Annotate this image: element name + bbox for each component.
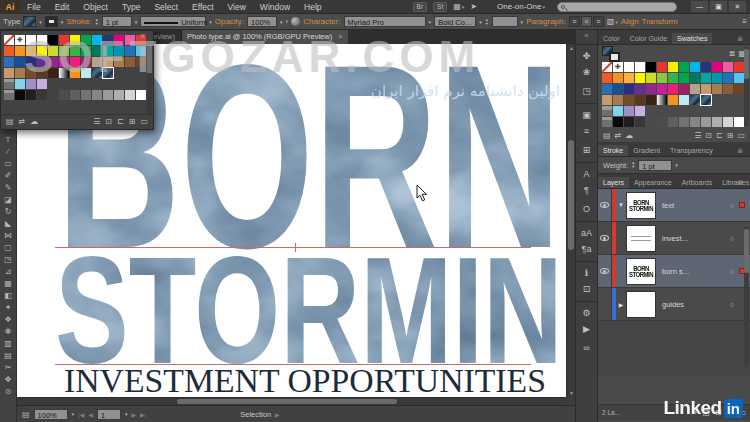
menu-object[interactable]: Object <box>76 0 115 14</box>
paintbrush-tool[interactable]: ✐ <box>5 170 12 182</box>
new-swatch-button[interactable]: ⊞ <box>129 117 136 126</box>
blend-tool[interactable]: ❖ <box>4 314 11 326</box>
weight-stepper[interactable]: ▲▼ <box>631 161 635 169</box>
variables-panel-icon[interactable]: ⚙ <box>576 301 597 320</box>
swatch[interactable] <box>103 90 113 100</box>
status-menu-arrow[interactable]: ▶ <box>275 411 280 418</box>
swatch[interactable] <box>624 117 634 127</box>
swatch[interactable] <box>92 90 102 100</box>
restore-button[interactable]: ▣ <box>710 1 727 12</box>
shape-builder-tool[interactable]: ◳ <box>4 254 12 266</box>
swatch[interactable] <box>690 73 700 83</box>
align-center-button[interactable]: ≡ <box>581 16 592 27</box>
align-panel-button[interactable]: Align <box>621 17 639 26</box>
text-options-icon[interactable]: ▧▾ <box>607 17 618 26</box>
swatch-kinds-button[interactable]: ☰ <box>694 131 701 140</box>
fill-color-swatch[interactable] <box>23 16 36 27</box>
swatch[interactable] <box>624 106 634 116</box>
swatch[interactable] <box>723 73 733 83</box>
new-color-group-button[interactable]: ⊏ <box>117 117 124 126</box>
swatch[interactable] <box>602 73 612 83</box>
paragraph-panel-icon[interactable]: ¶ <box>576 181 597 200</box>
target-circle-icon[interactable]: ○ <box>730 268 734 275</box>
scale-tool[interactable]: ◣ <box>5 218 11 230</box>
layers-scrollbar[interactable] <box>744 227 749 367</box>
stroke-color-swatch[interactable] <box>45 16 58 27</box>
menu-file[interactable]: File <box>20 0 48 14</box>
swatch-registration[interactable]: ✚ <box>613 62 623 72</box>
last-artboard-button[interactable]: ▶| <box>140 411 146 418</box>
swatch[interactable] <box>37 90 47 100</box>
transform-panel-icon[interactable]: ▣ <box>576 103 597 122</box>
swatch[interactable] <box>613 73 623 83</box>
weight-field[interactable]: 1 pt <box>638 160 672 171</box>
layer-row-guides[interactable]: ▶guides○ <box>598 288 750 321</box>
swatch[interactable] <box>26 90 36 100</box>
swatch[interactable] <box>668 95 678 105</box>
tab-color-guide[interactable]: Color Guide <box>625 33 672 44</box>
perspective-grid-tool[interactable]: ⊿ <box>5 266 12 278</box>
swatch[interactable] <box>679 84 689 94</box>
panel-menu-icon[interactable]: ≣ <box>732 145 748 157</box>
actions-panel-icon[interactable]: ▶ <box>576 320 597 339</box>
visibility-toggle[interactable] <box>598 288 612 320</box>
delete-swatch-button[interactable]: ▭ <box>737 131 745 140</box>
swatch[interactable] <box>602 84 612 94</box>
type-tool[interactable]: T <box>6 134 11 146</box>
stroke-weight-stepper[interactable]: ▲▼ <box>95 18 99 26</box>
tab-layers[interactable]: Layers <box>598 177 629 188</box>
gradient-tool[interactable]: ◧ <box>4 290 12 302</box>
swatch[interactable] <box>712 84 722 94</box>
width-tool[interactable]: ⋈ <box>4 230 12 242</box>
align-panel-icon[interactable]: ≡ <box>576 122 597 141</box>
opentype-panel-icon[interactable]: O <box>576 200 597 219</box>
prev-artboard-button[interactable]: ◀ <box>88 411 93 418</box>
opacity-more-button[interactable]: › <box>286 17 289 26</box>
brushes-panel-icon[interactable]: ✤ <box>576 44 597 63</box>
swatch[interactable] <box>712 117 722 127</box>
font-size-stepper[interactable]: ▲▼ <box>485 18 489 26</box>
swatch[interactable] <box>635 106 645 116</box>
swatch[interactable] <box>679 73 689 83</box>
swatch[interactable] <box>734 117 744 127</box>
swatch[interactable] <box>712 62 722 72</box>
pencil-tool[interactable]: ✎ <box>5 182 12 194</box>
layer-name[interactable]: invest... <box>662 234 688 243</box>
swatch-group-folder[interactable] <box>602 117 612 127</box>
new-swatch-button[interactable]: ⊞ <box>727 131 734 140</box>
swatch-image[interactable] <box>690 95 700 105</box>
eraser-tool[interactable]: ◪ <box>4 194 12 206</box>
recolor-artwork-icon[interactable] <box>291 17 300 26</box>
stroke-weight-field[interactable]: 1 pt <box>102 16 132 27</box>
swatch[interactable] <box>668 84 678 94</box>
swatch[interactable] <box>624 84 634 94</box>
swatch-options-button[interactable]: ⊡ <box>705 131 712 140</box>
swatch[interactable] <box>679 117 689 127</box>
layer-name[interactable]: guides <box>662 300 684 309</box>
opacity-field[interactable]: 100% <box>247 16 277 27</box>
target-circle-icon[interactable]: ○ <box>730 202 734 209</box>
zoom-level-field[interactable]: 100% <box>34 409 68 420</box>
swatch[interactable] <box>646 95 656 105</box>
swatch[interactable] <box>690 117 700 127</box>
search-input[interactable] <box>557 2 677 12</box>
swatch[interactable] <box>646 62 656 72</box>
swatch[interactable] <box>734 73 744 83</box>
menu-window[interactable]: Window <box>253 0 297 14</box>
tab-stroke[interactable]: Stroke <box>598 145 628 156</box>
next-artboard-button[interactable]: ▶ <box>131 411 136 418</box>
pathfinder-panel-icon[interactable]: ⊞ <box>576 141 597 160</box>
swatch[interactable] <box>690 84 700 94</box>
font-style-field[interactable]: Bold Co... <box>434 16 476 27</box>
swatch[interactable] <box>646 84 656 94</box>
horizontal-scrollbar[interactable] <box>17 397 566 405</box>
tab-appearance[interactable]: Appearance <box>629 177 677 188</box>
delete-swatch-button[interactable]: ▭ <box>140 117 148 126</box>
expand-dock-icon[interactable]: « <box>585 30 589 42</box>
swatch[interactable] <box>668 73 678 83</box>
close-button[interactable]: ✕ <box>729 1 746 12</box>
eyedropper-tool[interactable]: ✦ <box>5 302 12 314</box>
swatch[interactable] <box>613 106 623 116</box>
swatch[interactable] <box>701 117 711 127</box>
share-swatches-button[interactable]: ⇄ <box>615 131 622 140</box>
